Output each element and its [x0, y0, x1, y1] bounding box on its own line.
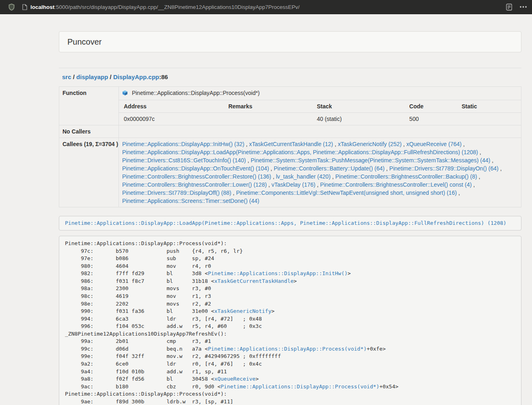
- menu-ellipsis-icon[interactable]: [519, 6, 527, 8]
- callee-link[interactable]: lv_task_handler (420): [276, 173, 331, 180]
- callees-label: Callees (19, Σ=3704 ): [59, 138, 119, 207]
- col-header-address: Address: [119, 100, 224, 113]
- highlighted-symbol-link[interactable]: Pinetime::Applications::DisplayApp::Load…: [65, 220, 506, 226]
- callee-link[interactable]: Pinetime::Controllers::BrightnessControl…: [335, 173, 477, 180]
- callee-link[interactable]: Pinetime::Applications::DisplayApp::OnTo…: [122, 165, 269, 172]
- callees-list: Pinetime::Applications::DisplayApp::Init…: [119, 138, 521, 207]
- callee-link[interactable]: xQueueReceive (764): [406, 141, 461, 147]
- function-name: Pinetime::Applications::DisplayApp::Proc…: [132, 90, 260, 96]
- reader-mode-icon[interactable]: [506, 4, 512, 11]
- no-callers-row: No Callers: [59, 125, 521, 138]
- callee-link[interactable]: xTaskGenericNotify (252): [338, 141, 401, 147]
- url-path: :5000/path/src/displayapp/DisplayApp.cpp…: [54, 4, 299, 10]
- callee-link[interactable]: Pinetime::Components::LittleVgl::SetNewT…: [236, 190, 457, 196]
- page-title: Puncover: [67, 37, 102, 47]
- details-value-row: 0x0000097c 40 (static) 500: [119, 113, 521, 125]
- symbol-link[interactable]: Pinetime::Applications::DisplayApp::Proc…: [208, 346, 366, 352]
- col-header-code: Code: [405, 100, 457, 113]
- symbol-link[interactable]: xTaskGenericNotify: [214, 308, 271, 314]
- col-header-remarks: Remarks: [224, 100, 312, 113]
- breadcrumb-link[interactable]: src: [62, 73, 71, 80]
- page-icon: [22, 4, 27, 10]
- security-shield-icon[interactable]: [8, 3, 15, 11]
- col-header-static: Static: [457, 100, 521, 113]
- remarks-value: [224, 113, 312, 125]
- url-host: localhost: [30, 4, 54, 10]
- function-details-cell: Address Remarks Stack Code Static 0x0000…: [119, 100, 521, 125]
- callee-link[interactable]: vTaskDelay (176): [271, 181, 315, 188]
- stack-value: 40 (static): [312, 113, 405, 125]
- callee-link[interactable]: Pinetime::Controllers::BrightnessControl…: [122, 173, 271, 180]
- breadcrumb: src / displayapp / DisplayApp.cpp:86: [62, 73, 521, 81]
- address-value: 0x0000097c: [119, 113, 224, 125]
- callee-link[interactable]: Pinetime::Applications::Screens::Timer::…: [122, 198, 259, 204]
- browser-bar: localhost:5000/path/src/displayapp/Displ…: [0, 0, 532, 14]
- disassembly: Pinetime::Applications::DisplayApp::Proc…: [59, 236, 521, 405]
- breadcrumb-link[interactable]: DisplayApp.cpp: [113, 73, 159, 80]
- col-header-stack: Stack: [312, 100, 405, 113]
- code-value: 500: [405, 113, 457, 125]
- no-callers-label: No Callers: [59, 125, 119, 138]
- callee-link[interactable]: Pinetime::Applications::DisplayApp::Init…: [122, 141, 244, 147]
- function-details-row: Address Remarks Stack Code Static 0x0000…: [59, 100, 521, 125]
- app-title-panel: Puncover: [59, 31, 521, 52]
- callee-link[interactable]: Pinetime::Controllers::Battery::Update()…: [274, 165, 385, 172]
- callee-link[interactable]: xTaskGetCurrentTaskHandle (12): [249, 141, 333, 147]
- callee-link[interactable]: Pinetime::System::SystemTask::PushMessag…: [251, 157, 491, 164]
- function-name-cell: Pinetime::Applications::DisplayApp::Proc…: [119, 87, 521, 100]
- divider: [59, 68, 521, 68]
- callee-link[interactable]: Pinetime::Drivers::St7789::DisplayOn() (…: [389, 165, 498, 172]
- static-value: [457, 113, 521, 125]
- function-row-label: Function: [59, 87, 119, 125]
- function-symbol-icon: [122, 90, 128, 98]
- symbol-link[interactable]: Pinetime::Applications::DisplayApp::Proc…: [221, 383, 379, 390]
- symbol-link[interactable]: Pinetime::Applications::DisplayApp::Init…: [208, 270, 347, 276]
- url-text[interactable]: localhost:5000/path/src/displayapp/Displ…: [30, 4, 299, 10]
- page-content: Puncover src / displayapp / DisplayApp.c…: [59, 14, 521, 405]
- no-callers-value: [119, 125, 521, 138]
- breadcrumb-link[interactable]: displayapp: [76, 73, 108, 80]
- details-header-row: Address Remarks Stack Code Static: [119, 100, 521, 113]
- highlighted-line-well: Pinetime::Applications::DisplayApp::Load…: [59, 216, 521, 231]
- callee-link[interactable]: Pinetime::Drivers::St7789::DisplayOff() …: [122, 190, 231, 196]
- symbol-link[interactable]: xQueueReceive: [214, 376, 256, 382]
- symbol-link[interactable]: xTaskGetCurrentTaskHandle: [214, 278, 294, 284]
- callee-link[interactable]: Pinetime::Controllers::BrightnessControl…: [320, 181, 472, 188]
- callees-row: Callees (19, Σ=3704 ) Pinetime::Applicat…: [59, 138, 521, 207]
- callee-link[interactable]: Pinetime::Applications::DisplayApp::Load…: [122, 149, 478, 155]
- address-bar[interactable]: localhost:5000/path/src/displayapp/Displ…: [22, 4, 299, 10]
- function-table: Function Pinetime::Applications::Display…: [59, 86, 521, 207]
- function-row: Function Pinetime::Applications::Display…: [59, 87, 521, 100]
- function-details-table: Address Remarks Stack Code Static 0x0000…: [119, 100, 521, 125]
- callee-link[interactable]: Pinetime::Drivers::Cst816S::GetTouchInfo…: [122, 157, 246, 164]
- callee-link[interactable]: Pinetime::Controllers::BrightnessControl…: [122, 181, 267, 188]
